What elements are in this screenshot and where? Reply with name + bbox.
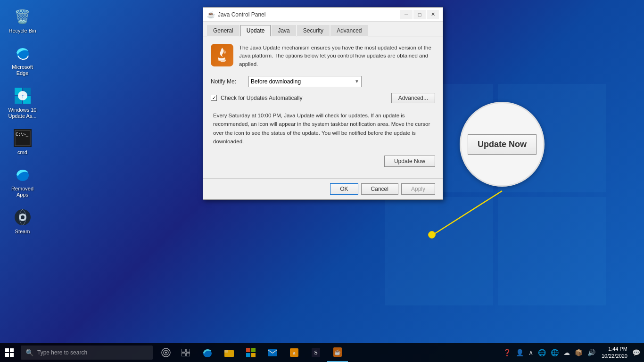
taskbar-mail-app[interactable] <box>262 343 283 362</box>
schedule-description: Every Saturday at 10:00 PM, Java Update … <box>211 109 435 148</box>
advanced-button[interactable]: Advanced... <box>391 93 435 103</box>
task-view-icon <box>182 349 190 356</box>
svg-rect-21 <box>5 353 9 357</box>
svg-rect-35 <box>246 353 250 357</box>
svg-text:☕: ☕ <box>334 349 341 355</box>
svg-text:a: a <box>293 350 296 355</box>
tab-general[interactable]: General <box>207 25 239 36</box>
windows-start-icon <box>5 348 14 357</box>
taskbar-help-icon[interactable]: ❓ <box>502 349 512 356</box>
checkmark-icon: ✓ <box>212 95 216 100</box>
taskbar-explorer-app[interactable] <box>219 343 239 362</box>
dialog-footer: OK Cancel Apply <box>203 178 443 199</box>
svg-text:S: S <box>314 349 317 356</box>
taskbar-edge-app[interactable] <box>197 343 218 362</box>
notification-center-button[interactable]: 💬 <box>632 349 640 356</box>
taskbar-store-icon <box>246 348 256 357</box>
tab-security[interactable]: Security <box>297 25 330 36</box>
taskbar-pinned-apps: a S ☕ <box>197 343 348 362</box>
clock-time: 1:44 PM <box>602 346 627 353</box>
apply-button[interactable]: Apply <box>401 183 435 195</box>
taskbar-s-icon: S <box>311 347 321 358</box>
taskbar-s-app[interactable]: S <box>305 343 326 362</box>
ok-button[interactable]: OK <box>330 183 358 195</box>
tab-advanced[interactable]: Advanced <box>330 25 368 36</box>
update-description: The Java Update mechanism ensures you ha… <box>239 44 435 68</box>
update-now-row: Update Now <box>211 156 435 167</box>
taskbar-java-app[interactable]: ☕ <box>327 343 348 362</box>
taskbar-java-icon: ☕ <box>333 347 342 357</box>
svg-rect-34 <box>251 348 256 352</box>
taskbar-onedrive-icon[interactable]: ☁ <box>562 349 571 356</box>
notify-row: Notify Me: Before downloading ▼ <box>211 76 435 87</box>
auto-update-checkbox[interactable]: ✓ <box>211 95 217 101</box>
minimize-button[interactable]: ─ <box>400 10 413 19</box>
notify-select-value: Before downloading <box>251 78 301 85</box>
notify-select-dropdown[interactable]: Before downloading ▼ <box>248 76 362 87</box>
svg-rect-19 <box>5 348 9 352</box>
svg-rect-37 <box>268 349 277 356</box>
taskbar-edge-icon <box>202 347 213 358</box>
taskbar-mail-icon <box>267 348 278 357</box>
dialog-title-icon: ☕ <box>207 11 215 18</box>
yellow-dot-annotation <box>428 231 436 239</box>
cancel-button[interactable]: Cancel <box>361 183 398 195</box>
taskbar-people-icon[interactable]: 👤 <box>514 349 525 356</box>
magnifier-update-now-button[interactable]: Update Now <box>468 134 537 155</box>
taskbar-amazon-icon: a <box>289 347 299 358</box>
taskbar: 🔍 Type here to search <box>0 343 644 362</box>
tab-update[interactable]: Update <box>240 25 271 36</box>
svg-rect-36 <box>251 353 256 357</box>
taskbar-network-icon[interactable]: 🌐 <box>549 349 560 356</box>
svg-rect-22 <box>10 353 14 357</box>
checkbox-row: ✓ Check for Updates Automatically Advanc… <box>211 93 435 103</box>
dialog-overlay: ☕ Java Control Panel ─ □ ✕ General Updat… <box>0 0 644 362</box>
taskbar-right-area: ❓ 👤 ∧ 🌐 🌐 ☁ 📦 🔊 1:44 PM 10/22/2020 💬 <box>502 346 644 360</box>
taskbar-explorer-icon <box>224 348 234 357</box>
tab-java[interactable]: Java <box>272 25 296 36</box>
dialog-tabs: General Update Java Security Advanced <box>203 22 443 36</box>
taskbar-dropbox-icon[interactable]: 📦 <box>573 349 584 356</box>
taskbar-expand-icon[interactable]: ∧ <box>527 349 535 356</box>
taskbar-search-bar[interactable]: 🔍 Type here to search <box>21 346 153 360</box>
taskbar-store-app[interactable] <box>240 343 261 362</box>
taskbar-volume-icon[interactable]: 🔊 <box>586 349 597 356</box>
dialog-controls: ─ □ ✕ <box>400 10 439 19</box>
svg-rect-20 <box>10 348 14 352</box>
clock-date: 10/22/2020 <box>602 353 627 360</box>
svg-rect-27 <box>186 349 190 352</box>
java-control-panel-dialog: ☕ Java Control Panel ─ □ ✕ General Updat… <box>203 7 443 200</box>
svg-rect-33 <box>246 348 250 352</box>
dropdown-arrow-icon: ▼ <box>355 79 359 84</box>
taskbar-search-icon: 🔍 <box>25 349 33 356</box>
svg-point-25 <box>165 352 167 354</box>
update-now-button[interactable]: Update Now <box>384 156 435 167</box>
desktop: 🗑️ Recycle Bin Microsoft Edge <box>0 0 644 362</box>
dialog-titlebar: ☕ Java Control Panel ─ □ ✕ <box>203 8 443 22</box>
java-logo-icon <box>211 44 233 66</box>
taskbar-search-placeholder: Type here to search <box>37 349 87 356</box>
taskbar-clock[interactable]: 1:44 PM 10/22/2020 <box>599 346 630 360</box>
notify-label: Notify Me: <box>211 78 244 85</box>
maximize-button[interactable]: □ <box>413 10 426 19</box>
update-header: The Java Update mechanism ensures you ha… <box>211 44 435 68</box>
magnifier-circle: Update Now <box>460 102 545 187</box>
dialog-content: The Java Update mechanism ensures you ha… <box>203 36 443 178</box>
cortana-button[interactable] <box>157 343 175 362</box>
taskbar-edge-notify-icon[interactable]: 🌐 <box>537 349 547 356</box>
svg-rect-26 <box>182 349 185 352</box>
svg-rect-29 <box>186 353 190 356</box>
dialog-title-text: Java Control Panel <box>218 11 400 18</box>
cortana-icon <box>161 348 171 357</box>
task-view-button[interactable] <box>176 343 195 362</box>
auto-update-label: Check for Updates Automatically <box>221 95 388 101</box>
taskbar-amazon-app[interactable]: a <box>284 343 305 362</box>
taskbar-center-buttons <box>157 343 195 362</box>
svg-rect-28 <box>182 353 185 356</box>
close-button[interactable]: ✕ <box>427 10 439 19</box>
start-button[interactable] <box>0 343 19 362</box>
